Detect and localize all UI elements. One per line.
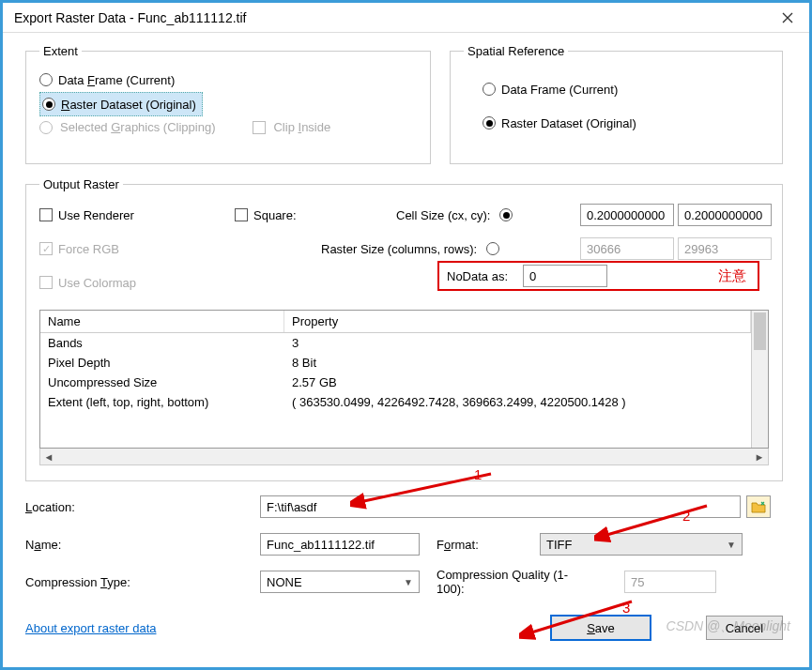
grid-header-name[interactable]: Name [40, 311, 284, 332]
scroll-right-icon[interactable]: ► [751, 449, 768, 464]
output-legend: Output Raster [39, 177, 123, 191]
use-colormap-label: Use Colormap [58, 276, 136, 290]
titlebar: Export Raster Data - Func_ab111112.tif [3, 3, 809, 33]
close-icon [782, 12, 793, 23]
format-value: TIFF [546, 538, 572, 552]
grid-hscrollbar[interactable]: ◄ ► [39, 449, 769, 465]
grid-cell: Extent (left, top, right, bottom) [40, 392, 284, 412]
nodata-note: 注意 [718, 267, 746, 285]
spatial-group: Spatial Reference Data Frame (Current) R… [450, 44, 783, 164]
chevron-down-icon: ▼ [404, 577, 413, 587]
name-label: Name: [25, 538, 260, 552]
extent-group: Extent Data Frame (Current) Raster Datas… [25, 44, 431, 164]
grid-row: Bands 3 [40, 333, 751, 353]
use-colormap-checkbox [39, 276, 53, 289]
clip-inside-label: Clip Inside [273, 120, 330, 134]
format-select[interactable]: TIFF ▼ [540, 533, 743, 556]
grid-cell: Pixel Depth [40, 353, 284, 373]
dialog-body: Extent Data Frame (Current) Raster Datas… [3, 33, 809, 652]
spatial-dataframe-radio[interactable] [483, 83, 496, 96]
extent-legend: Extent [39, 44, 82, 58]
use-renderer-label: Use Renderer [58, 208, 134, 222]
cell-size-cy-input[interactable] [678, 204, 772, 226]
scroll-left-icon[interactable]: ◄ [40, 449, 57, 464]
extent-selected-radio [39, 121, 53, 134]
extent-raster-label: Raster Dataset (Original) [61, 98, 196, 112]
grid-cell: 3 [284, 333, 751, 353]
location-input[interactable] [260, 495, 741, 518]
force-rgb-checkbox: ✓ [39, 242, 53, 255]
extent-dataframe-label: Data Frame (Current) [58, 73, 175, 87]
compression-type-label: Compression Type: [25, 575, 260, 589]
grid-cell: Bands [40, 333, 284, 353]
name-input[interactable] [260, 533, 420, 556]
spatial-dataframe-label: Data Frame (Current) [501, 83, 618, 97]
window-title: Export Raster Data - Func_ab111112.tif [10, 10, 774, 25]
nodata-input[interactable] [523, 265, 607, 287]
grid-cell: ( 363530.0499, 4226492.7428, 369663.2499… [284, 392, 751, 412]
square-label: Square: [253, 208, 297, 222]
spatial-raster-radio[interactable] [483, 116, 496, 129]
nodata-highlight: NoData as: 注意 [437, 261, 759, 291]
extent-dataframe-radio[interactable] [39, 73, 53, 86]
grid-cell: 2.57 GB [284, 373, 751, 392]
close-button[interactable] [774, 7, 802, 29]
about-link[interactable]: About export raster data [25, 621, 156, 635]
raster-size-radio[interactable] [486, 242, 499, 255]
compression-type-value: NONE [267, 575, 302, 589]
spatial-legend: Spatial Reference [464, 44, 568, 58]
raster-cols-input [580, 237, 674, 260]
compression-quality-label: Compression Quality (1-100): [437, 568, 587, 596]
grid-vscrollbar[interactable] [751, 311, 768, 448]
square-checkbox[interactable] [235, 208, 248, 221]
dialog-window: Export Raster Data - Func_ab111112.tif E… [0, 0, 812, 670]
format-label: Format: [437, 538, 540, 552]
extent-raster-radio[interactable] [42, 98, 55, 111]
grid-row: Pixel Depth 8 Bit [40, 353, 751, 373]
location-label: Location: [25, 500, 260, 514]
cancel-button[interactable]: Cancel [706, 616, 783, 640]
grid-cell: Uncompressed Size [40, 373, 284, 392]
grid-header-property[interactable]: Property [284, 311, 751, 332]
folder-icon [751, 500, 766, 513]
force-rgb-label: Force RGB [58, 242, 119, 256]
extent-selected-label: Selected Graphics (Clipping) [60, 120, 215, 134]
clip-inside-checkbox [253, 121, 266, 134]
grid-row: Extent (left, top, right, bottom) ( 3635… [40, 392, 751, 412]
compression-quality-input [624, 571, 716, 593]
output-group: Output Raster Use Renderer Square: Cell … [25, 177, 783, 481]
nodata-label: NoData as: [447, 269, 508, 283]
cell-size-cx-input[interactable] [580, 204, 674, 226]
annotation-3: 3 [622, 600, 630, 616]
scrollbar-thumb[interactable] [754, 312, 766, 350]
raster-rows-input [678, 237, 772, 260]
spatial-raster-label: Raster Dataset (Original) [501, 116, 636, 130]
use-renderer-checkbox[interactable] [39, 208, 53, 221]
properties-grid: Name Property Bands 3 Pixel Depth 8 Bit … [39, 310, 769, 449]
chevron-down-icon: ▼ [727, 540, 736, 550]
save-button[interactable]: Save [550, 615, 651, 641]
raster-size-label: Raster Size (columns, rows): [321, 242, 477, 256]
cell-size-label: Cell Size (cx, cy): [396, 208, 490, 222]
grid-cell: 8 Bit [284, 353, 751, 373]
grid-row: Uncompressed Size 2.57 GB [40, 373, 751, 392]
cell-size-radio[interactable] [499, 208, 513, 221]
browse-button[interactable] [746, 495, 771, 518]
compression-type-select[interactable]: NONE ▼ [260, 571, 420, 593]
